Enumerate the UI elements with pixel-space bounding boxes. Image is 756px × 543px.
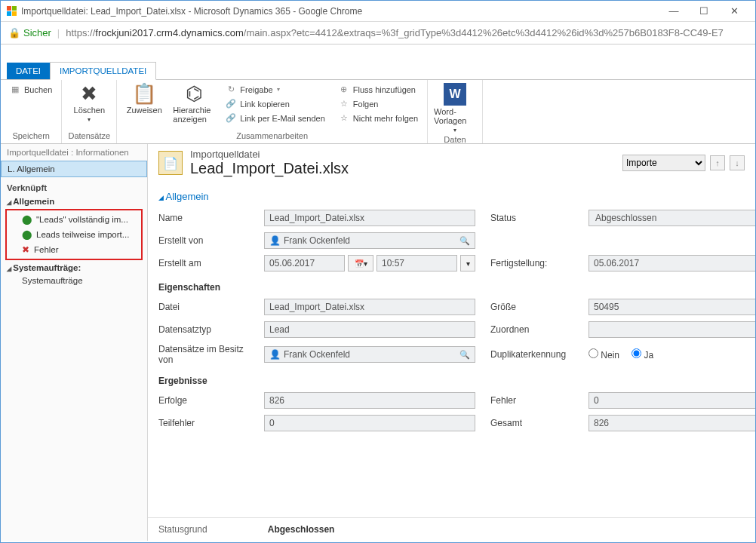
label-status: Status [490,213,573,223]
section-allgemein[interactable]: Allgemein [158,191,745,202]
flow-icon: ⊕ [339,84,349,94]
lookup-icon[interactable]: 🔍 [459,236,470,246]
person-icon: 👤 [269,235,281,246]
label-datensatztyp: Datensatztyp [158,324,249,335]
star-icon: ☆ [339,99,349,109]
field-teilfehler: 0 [264,415,475,431]
field-erstellt-von[interactable]: 👤Frank Ockenfeld🔍 [264,232,475,249]
view-select[interactable]: Importe [622,155,705,171]
link-email-button[interactable]: 🔗Link per E-Mail senden [223,112,328,124]
assign-icon: 📋 [132,83,156,104]
nav-up-button[interactable]: ↑ [710,155,725,170]
grid-icon: ▦ [10,84,20,94]
field-gesamt: 826 [589,415,755,431]
maximize-button[interactable]: ☐ [689,5,719,17]
label-gesamt: Gesamt [490,418,573,428]
zuweisen-button[interactable]: 📋Zuweisen [123,83,165,115]
field-fehler-res: 0 [589,392,755,409]
nav-allgemein-section[interactable]: Allgemein [1,195,147,207]
link-kopieren-button[interactable]: 🔗Link kopieren [223,97,328,110]
tab-importquelldatei[interactable]: IMPORTQUELLDATEI [50,62,156,80]
share-icon: ↻ [226,84,236,94]
tab-datei[interactable]: DATEI [7,63,50,79]
minimize-button[interactable]: — [659,5,689,17]
hierarchy-icon: ⌬ [186,83,203,104]
success-icon: ⬤ [22,214,32,225]
footer-statusgrund-value: Abgeschlossen [268,524,335,535]
word-vorlagen-button[interactable]: WWord-Vorlagen▾ [434,83,476,133]
footer-statusgrund-label: Statusgrund [158,524,207,535]
nav-highlight-box: ⬤"Leads" vollständig im... ⬤Leads teilwe… [5,209,143,260]
field-erfolge: 826 [264,392,475,409]
ribbon: ▦Buchen Speichern ✖Löschen▾ Datensätze 📋… [1,79,755,144]
record-subtitle: Importquelldatei [190,149,349,160]
field-groesse[interactable]: 50495 [589,299,755,315]
left-nav: Importquelldatei : Informationen L. Allg… [1,144,148,541]
field-besitz[interactable]: 👤Frank Ockenfeld🔍 [264,346,475,363]
field-erstellt-am-date[interactable]: 05.06.2017 [264,255,345,272]
freigabe-button[interactable]: ↻Freigabe▾ [223,83,328,96]
label-datei: Datei [158,302,249,312]
nav-allgemein[interactable]: L. Allgemein [1,161,147,177]
lock-icon: 🔒 [8,27,20,38]
label-teilfehler: Teilfehler [158,418,249,428]
label-fehler-res: Fehler [490,395,573,406]
field-status[interactable]: Abgeschlossen [589,210,755,226]
field-fertigstellung[interactable]: 05.06.2017 [589,255,755,272]
buchen-button[interactable]: ▦Buchen [7,83,55,96]
record-icon: 📄 [158,151,183,175]
star-off-icon: ☆ [339,113,349,123]
subhead-eigenschaften: Eigenschaften [158,282,755,293]
close-button[interactable]: ✕ [719,5,749,17]
partial-icon: ⬤ [22,229,32,240]
error-icon: ✖ [22,244,29,255]
nav-verknuepft-header: Verknüpft [1,177,147,195]
calendar-button[interactable]: 📅▾ [348,255,373,272]
delete-icon: ✖ [81,83,97,104]
field-datei[interactable]: Lead_Import_Datei.xlsx [264,299,475,315]
label-erfolge: Erfolge [158,395,249,406]
ribbon-group-datensaetze: ✖Löschen▾ Datensätze [62,80,117,143]
hierarchie-button[interactable]: ⌬Hierarchie anzeigen [173,83,215,124]
nicht-folgen-button[interactable]: ☆Nicht mehr folgen [336,112,421,124]
radio-nein[interactable]: Nein [589,348,619,360]
subhead-ergebnisse: Ergebnisse [158,376,755,386]
label-besitz: Datensätze im Besitz von [158,344,249,365]
url-text[interactable]: https://frockjuni2017.crm4.dynamics.com/… [66,27,724,38]
field-erstellt-am-time[interactable]: 10:57 [376,255,457,272]
time-dropdown-button[interactable]: ▾ [460,255,475,272]
link-icon: 🔗 [226,99,236,109]
ribbon-tabs: DATEI IMPORTQUELLDATEI [1,61,755,79]
field-datensatztyp[interactable]: Lead [264,321,475,338]
person-icon: 👤 [269,349,281,360]
label-erstellt-am: Erstellt am [158,258,249,268]
field-zuordnen[interactable]: 🔍 [589,321,755,338]
field-duplikat: Nein Ja [589,348,755,360]
address-bar: 🔒 Sicher | https://frockjuni2017.crm4.dy… [1,22,755,44]
nav-fehler[interactable]: ✖Fehler [7,242,141,257]
label-zuordnen: Zuordnen [490,324,573,335]
field-name[interactable]: Lead_Import_Datei.xlsx [264,210,475,226]
footer-bar: Statusgrund Abgeschlossen [148,517,755,541]
lookup-icon[interactable]: 🔍 [459,350,470,360]
secure-label: Sicher [23,27,51,38]
nav-systemauftraege[interactable]: Systemaufträge [1,274,147,287]
radio-ja[interactable]: Ja [632,348,653,360]
folgen-button[interactable]: ☆Folgen [336,97,421,110]
loeschen-button[interactable]: ✖Löschen▾ [68,83,110,123]
main-panel: 📄 Importquelldatei Lead_Import_Datei.xls… [148,144,755,541]
label-fertigstellung: Fertigstellung: [490,258,573,268]
nav-down-button[interactable]: ↓ [730,155,745,170]
label-groesse: Größe [490,302,573,312]
ms-logo-icon [7,6,17,16]
record-title: Lead_Import_Datei.xlsx [190,160,349,177]
nav-leads-voll[interactable]: ⬤"Leads" vollständig im... [7,212,141,227]
word-icon: W [444,83,466,106]
nav-breadcrumb: Importquelldatei : Informationen [1,144,147,161]
fluss-button[interactable]: ⊕Fluss hinzufügen [336,83,421,96]
label-duplikat: Duplikaterkennung [490,349,573,360]
link-mail-icon: 🔗 [226,113,236,123]
ribbon-group-speichern: ▦Buchen Speichern [1,80,62,143]
nav-leads-teil[interactable]: ⬤Leads teilweise import... [7,227,141,242]
nav-systemauftraege-section[interactable]: Systemaufträge: [1,262,147,274]
